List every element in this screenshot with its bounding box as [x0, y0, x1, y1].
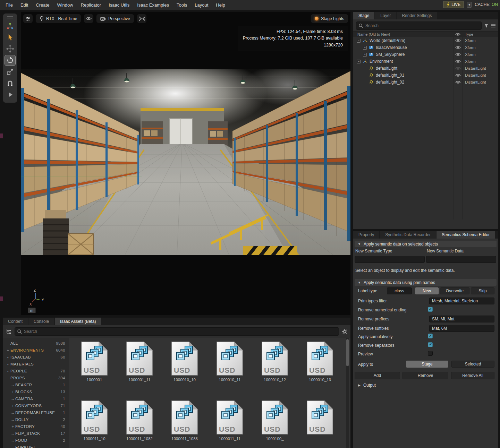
stage-row-environment[interactable]: − Environment Xform — [353, 58, 498, 65]
viewport-settings-button[interactable] — [23, 14, 33, 23]
stage-search-input[interactable] — [356, 21, 482, 30]
stage-row-sm-skysphere[interactable]: + SM_SkySphere Xform — [353, 51, 498, 58]
select-tool-button[interactable] — [5, 32, 15, 43]
axis-gizmo[interactable]: Z Y X — [28, 288, 46, 308]
column-name[interactable]: Name (Old to New) — [357, 32, 390, 36]
remove-numerical-checkbox[interactable] — [428, 307, 433, 312]
asset-item[interactable]: 1000011_1083 — [162, 400, 207, 448]
tab-isaac-assets[interactable]: Isaac Assets (Beta) — [55, 318, 101, 325]
asset-item[interactable]: 1000010_12 — [252, 341, 297, 394]
tab-render-settings[interactable]: Render Settings — [397, 12, 437, 19]
asset-item[interactable]: 1000001 — [72, 341, 117, 394]
stage-columns-header[interactable]: Name (Old to New) Type — [353, 31, 498, 37]
stage-row-world[interactable]: − World (defaultPrim) Xform — [353, 37, 498, 44]
expander-icon[interactable]: + — [363, 46, 367, 50]
tree-item-props[interactable]: −PROPS394 — [3, 374, 69, 381]
label-type-input[interactable] — [387, 287, 412, 294]
visibility-toggle[interactable] — [455, 46, 461, 49]
menu-window[interactable]: Window — [57, 2, 73, 8]
capture-button[interactable] — [137, 14, 147, 23]
expander-icon[interactable]: − — [357, 60, 361, 63]
remove-separators-checkbox[interactable] — [428, 342, 433, 347]
scrollbar-handle[interactable] — [346, 339, 349, 366]
tree-item-beaker[interactable]: →BEAKER1 — [3, 381, 69, 388]
unit-label[interactable]: m — [28, 308, 36, 313]
asset-item[interactable]: 1000001_11 — [117, 341, 162, 394]
snap-tool-button[interactable] — [5, 78, 15, 88]
tree-item-dolly[interactable]: →DOLLY2 — [3, 416, 69, 423]
visibility-toggle[interactable] — [455, 53, 461, 56]
tab-content[interactable]: Content — [3, 318, 28, 325]
remove-all-button[interactable]: Remove All — [451, 372, 494, 379]
tree-item-isaaclab[interactable]: •ISAACLAB60 — [3, 354, 69, 361]
play-button[interactable] — [5, 89, 15, 100]
asset-item[interactable]: 1000010_10 — [162, 341, 207, 394]
asset-item[interactable] — [297, 400, 342, 448]
gizmo-tool-button[interactable] — [5, 21, 15, 31]
prim-types-filter-input[interactable] — [429, 298, 494, 304]
tree-item-camera[interactable]: →CAMERA1 — [3, 395, 69, 402]
tab-layer[interactable]: Layer — [375, 12, 396, 19]
apply-cumulatively-checkbox[interactable] — [428, 334, 433, 338]
section-output[interactable]: ▶ Output — [358, 383, 376, 388]
asset-item[interactable]: 1000100_ — [252, 400, 297, 448]
apply-to-stage-button[interactable]: Stage — [406, 361, 448, 368]
tree-item-food[interactable]: →FOOD2 — [3, 437, 69, 444]
asset-item[interactable]: 1000011_1082 — [117, 400, 162, 448]
stage-row-isaacwarehouse[interactable]: + IsaacWarehouse Xform — [353, 44, 498, 51]
menu-file[interactable]: File — [6, 2, 13, 8]
camera-selector[interactable]: Perspective — [96, 14, 134, 23]
expander-icon[interactable]: − — [357, 39, 361, 43]
visibility-toggle[interactable] — [455, 39, 461, 42]
remove-prefixes-input[interactable] — [429, 316, 494, 322]
menu-isaac-utils[interactable]: Isaac Utils — [109, 2, 129, 8]
new-semantic-data-input[interactable] — [426, 256, 496, 263]
stage-row-defaultlight[interactable]: defaultLight DistantLight — [353, 65, 498, 72]
tree-view-toggle[interactable] — [6, 329, 12, 334]
apply-to-selected-button[interactable]: Selected — [451, 361, 494, 368]
add-button[interactable]: Add — [355, 372, 400, 379]
renderer-selector[interactable]: RTX - Real-Time — [35, 14, 81, 23]
move-tool-button[interactable] — [5, 44, 15, 54]
toolbar-drag-handle[interactable] — [7, 16, 13, 17]
tree-item-all[interactable]: ALL9588 — [3, 340, 69, 347]
tree-item-factory[interactable]: +FACTORY40 — [3, 423, 69, 430]
tree-item-conveyors[interactable]: +CONVEYORS71 — [3, 402, 69, 409]
scale-tool-button[interactable] — [5, 67, 15, 77]
tree-item-blocks[interactable]: +BLOCKS13 — [3, 388, 69, 395]
vertical-scrollbar[interactable] — [346, 338, 349, 448]
menu-create[interactable]: Create — [36, 2, 49, 8]
menu-layout[interactable]: Layout — [195, 2, 208, 8]
tree-item-forklift[interactable]: →FORKLIFT — [3, 444, 69, 448]
filter-button[interactable] — [484, 24, 489, 28]
overwrite-mode-button[interactable]: Overwrite — [440, 287, 469, 294]
tab-synthetic-data-recorder[interactable]: Synthetic Data Recorder — [380, 231, 436, 239]
remove-suffixes-input[interactable] — [429, 325, 494, 332]
viewport-visibility-button[interactable] — [84, 14, 94, 23]
expander-icon[interactable]: + — [363, 53, 367, 57]
section-apply-prim-names[interactable]: ▼ Apply semantic data using prim names — [355, 279, 497, 286]
tree-item-flip-stack[interactable]: →FLIP_STACK17 — [3, 430, 69, 437]
menu-edit[interactable]: Edit — [20, 2, 28, 8]
skip-mode-button[interactable]: Skip — [471, 287, 494, 294]
preview-checkbox[interactable] — [428, 351, 433, 356]
visibility-toggle[interactable] — [455, 60, 461, 63]
asset-item[interactable]: 1000011_10 — [72, 400, 117, 448]
live-dropdown-caret[interactable]: ▾ — [467, 2, 472, 8]
remove-button[interactable]: Remove — [402, 372, 448, 379]
stage-row-defaultlight-02[interactable]: defaultLight_02 DistantLight — [353, 79, 498, 86]
tree-item-people[interactable]: •PEOPLE70 — [3, 368, 69, 374]
column-type[interactable]: Type — [465, 32, 473, 36]
tab-stage[interactable]: Stage — [353, 12, 374, 19]
viewport-scene[interactable] — [21, 69, 350, 255]
tab-semantics-schema-editor[interactable]: Semantics Schema Editor — [437, 231, 495, 239]
menu-help[interactable]: Help — [216, 2, 225, 8]
stage-row-defaultlight-01[interactable]: defaultLight_01 DistantLight — [353, 72, 498, 79]
menu-replicator[interactable]: Replicator — [81, 2, 101, 8]
menu-tools[interactable]: Tools — [177, 2, 187, 8]
section-apply-selected[interactable]: ▼ Apply semantic data on selected object… — [355, 241, 497, 247]
asset-item[interactable]: 1000010_13 — [297, 341, 342, 394]
tree-item-environments[interactable]: +ENVIRONMENTS6040 — [3, 347, 69, 354]
tab-console[interactable]: Console — [28, 318, 54, 325]
content-search-input[interactable] — [15, 327, 339, 336]
